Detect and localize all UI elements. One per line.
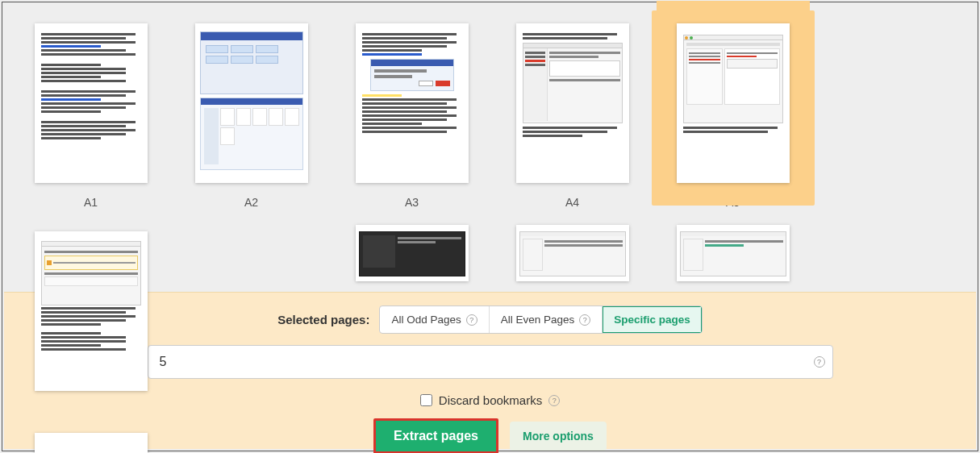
thumb-a2[interactable]: A2 xyxy=(171,17,332,209)
app-frame: A1 xyxy=(2,2,978,451)
help-icon[interactable]: ? xyxy=(814,356,825,368)
thumb-label: A1 xyxy=(10,196,171,209)
help-icon[interactable]: ? xyxy=(548,395,560,406)
selected-pages-label: Selected pages: xyxy=(277,313,369,326)
discard-bookmarks-checkbox[interactable] xyxy=(420,394,432,406)
thumb-a3[interactable]: A3 xyxy=(332,17,492,209)
help-icon[interactable]: ? xyxy=(579,314,590,326)
thumb-label: A2 xyxy=(171,196,332,209)
more-options-button[interactable]: More options xyxy=(510,422,607,451)
thumb-a6[interactable]: A6 xyxy=(10,225,171,417)
thumb-label: A4 xyxy=(492,196,653,209)
thumb-row2-4[interactable] xyxy=(10,433,171,453)
opt-all-even[interactable]: All Even Pages ? xyxy=(490,306,603,333)
thumb-label: A3 xyxy=(332,196,492,209)
extract-pages-button[interactable]: Extract pages xyxy=(373,418,498,453)
discard-bookmarks-label: Discard bookmarks xyxy=(439,393,542,407)
thumb-a1[interactable]: A1 xyxy=(10,17,171,209)
control-panel: Selected pages: All Odd Pages ? All Even… xyxy=(4,292,976,449)
opt-all-odd[interactable]: All Odd Pages ? xyxy=(380,306,489,333)
thumb-a4[interactable]: A4 xyxy=(492,17,653,209)
pages-input[interactable] xyxy=(148,345,833,379)
page-mode-segmented: All Odd Pages ? All Even Pages ? Specifi… xyxy=(379,305,702,334)
thumb-a5[interactable]: A5 xyxy=(653,17,813,209)
opt-specific-pages[interactable]: Specific pages xyxy=(603,306,702,333)
help-icon[interactable]: ? xyxy=(466,314,477,326)
